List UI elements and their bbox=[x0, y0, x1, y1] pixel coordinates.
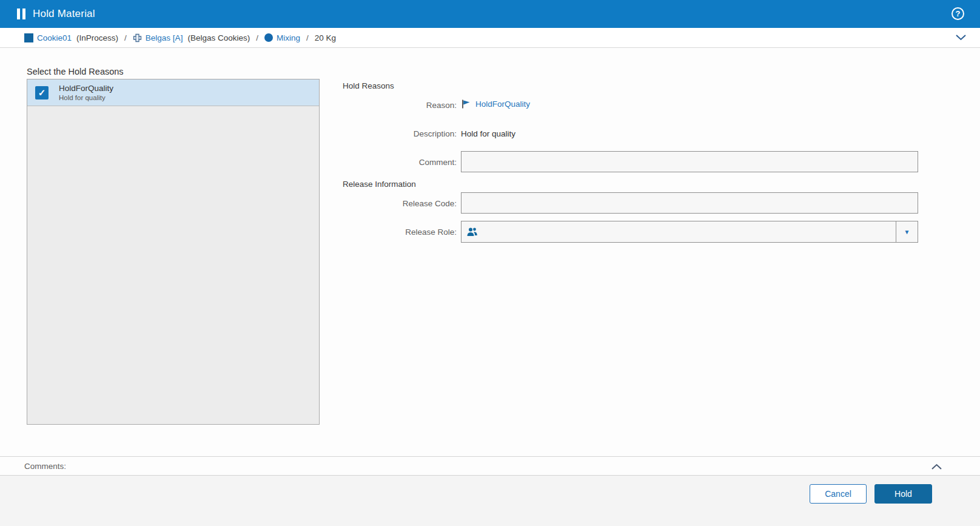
reason-description: Hold for quality bbox=[59, 93, 113, 102]
breadcrumb-separator: / bbox=[256, 33, 258, 42]
breadcrumb-link[interactable]: Mixing bbox=[277, 33, 300, 42]
hold-reasons-list-title: Select the Hold Reasons bbox=[27, 67, 124, 76]
reason-name: HoldForQuality bbox=[59, 83, 113, 93]
users-icon bbox=[466, 227, 478, 237]
breadcrumb: Cookie01 (InProcess) / Belgas [A] (Belga… bbox=[0, 28, 980, 48]
hold-button[interactable]: Hold bbox=[874, 484, 932, 504]
release-code-input[interactable] bbox=[461, 192, 918, 214]
app-header: Hold Material ? bbox=[0, 0, 980, 28]
breadcrumb-quantity: 20 Kg bbox=[315, 33, 336, 42]
list-item-hold-for-quality[interactable]: ✓ HoldForQuality Hold for quality bbox=[27, 79, 319, 106]
section-title-hold-reasons: Hold Reasons bbox=[343, 81, 394, 90]
checkbox-checked-icon[interactable]: ✓ bbox=[35, 86, 49, 99]
reason-label: Reason: bbox=[343, 101, 457, 110]
description-value: Hold for quality bbox=[461, 129, 515, 138]
breadcrumb-description: (Belgas Cookies) bbox=[187, 33, 250, 42]
breadcrumb-separator: / bbox=[306, 33, 309, 42]
release-role-input[interactable]: ▼ bbox=[461, 221, 918, 243]
breadcrumb-item-material[interactable]: Cookie01 (InProcess) bbox=[24, 33, 118, 42]
hold-reasons-list: ✓ HoldForQuality Hold for quality bbox=[27, 79, 320, 425]
breadcrumb-separator: / bbox=[124, 33, 127, 42]
breadcrumb-link[interactable]: Cookie01 bbox=[37, 33, 72, 42]
hold-pause-icon bbox=[17, 8, 25, 19]
release-code-label: Release Code: bbox=[343, 199, 457, 208]
comment-label: Comment: bbox=[343, 158, 457, 167]
comment-input[interactable] bbox=[461, 151, 918, 172]
release-role-dropdown-button[interactable]: ▼ bbox=[896, 221, 918, 242]
page-title: Hold Material bbox=[33, 8, 95, 20]
flag-icon bbox=[461, 99, 471, 109]
comments-bar[interactable]: Comments: bbox=[0, 456, 980, 476]
description-label: Description: bbox=[343, 129, 457, 138]
reason-value: HoldForQuality bbox=[461, 99, 530, 109]
container-icon bbox=[24, 33, 33, 42]
breadcrumb-link[interactable]: Belgas [A] bbox=[146, 33, 183, 42]
breadcrumb-item-operation[interactable]: Mixing bbox=[264, 33, 300, 42]
cancel-button[interactable]: Cancel bbox=[810, 484, 867, 504]
help-icon[interactable]: ? bbox=[951, 7, 964, 20]
section-title-release-information: Release Information bbox=[343, 180, 416, 189]
breadcrumb-status: (InProcess) bbox=[76, 33, 118, 42]
release-role-label: Release Role: bbox=[343, 228, 457, 237]
footer-action-bar: Cancel Hold bbox=[0, 476, 980, 526]
chevron-up-icon[interactable] bbox=[931, 463, 942, 472]
operation-icon bbox=[264, 33, 273, 42]
breadcrumb-item-equipment[interactable]: Belgas [A] (Belgas Cookies) bbox=[133, 33, 250, 42]
comments-label: Comments: bbox=[24, 462, 66, 471]
reason-value-text: HoldForQuality bbox=[475, 99, 530, 109]
equipment-icon bbox=[133, 33, 142, 42]
chevron-down-icon[interactable] bbox=[955, 33, 967, 42]
